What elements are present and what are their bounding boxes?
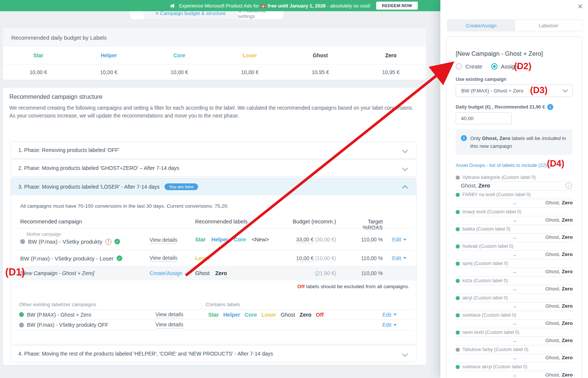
- asset-group-name-row: neon textil (Custom label 0): [456, 328, 573, 337]
- label-zero: Zero: [562, 320, 573, 326]
- view-details-link[interactable]: View details: [156, 311, 183, 318]
- redeem-now-button[interactable]: REDEEM NOW: [376, 1, 418, 10]
- warning-icon: !: [105, 239, 111, 245]
- tab-labelizer[interactable]: Labelizer: [515, 20, 583, 31]
- label-chip: Ghost: [195, 270, 210, 276]
- asset-group-name-row: hodvab (Custom label 0): [456, 242, 573, 251]
- check-circle-icon: ✓: [114, 239, 120, 244]
- asset-group-name-row: batika (Custom label 0): [456, 225, 573, 234]
- status-dot: [456, 227, 460, 231]
- campaign-name: BW (P.max) - Všetky produkty - Loser: [20, 255, 114, 261]
- mode-radio-group: Create Assign: [456, 63, 573, 70]
- phase-4-accordion[interactable]: 4. Phase: Moving the rest of the product…: [10, 345, 416, 362]
- view-details-link[interactable]: View details: [150, 254, 177, 262]
- asset-group-name: svietiace akryl (Custom label 0): [462, 364, 527, 369]
- chevron-down-icon: [402, 147, 408, 153]
- label-zero: Zero: [562, 200, 573, 205]
- budget-recommended: (30,00 €): [315, 237, 336, 243]
- right-arrow-icon: →: [512, 338, 517, 344]
- edit-dropdown[interactable]: Edit: [392, 237, 406, 243]
- info-icon[interactable]: i: [547, 104, 553, 110]
- asset-group-item: svietiace (Custom label 0)→Ghost,Zero: [456, 311, 573, 328]
- edit-dropdown[interactable]: Edit: [392, 255, 406, 261]
- asset-group-name: FARBY na textil (Custom label 0): [462, 192, 530, 197]
- label-ghost: Ghost,: [545, 200, 560, 205]
- asset-group-item: koža (Custom label 0)→Ghost,Zero: [456, 277, 573, 294]
- phase-2-accordion[interactable]: 2. Phase: Moving products labeled 'GHOST…: [10, 159, 416, 177]
- table-row-existing-campaign: BW (P.MAX) - Ghost + Zero View details S…: [11, 310, 416, 320]
- asset-group-name: hodvab (Custom label 0): [462, 244, 513, 249]
- assign-radio-label[interactable]: Assign: [501, 63, 518, 70]
- asset-group-name: neon textil (Custom label 0): [462, 330, 519, 335]
- asset-group-labels: Ghost,Zero: [545, 372, 573, 378]
- phase-1-accordion[interactable]: 1. Phase: Removing products labeled 'OFF…: [10, 141, 416, 159]
- megaphone-icon: [170, 3, 176, 8]
- asset-group-labels: Ghost,Zero: [545, 269, 573, 274]
- label-chip: Star: [208, 312, 219, 318]
- close-icon[interactable]: ×: [578, 2, 583, 11]
- table-row-new-campaign: [New Campaign - Ghost + Zero] Create/Ass…: [11, 266, 416, 280]
- view-details-link[interactable]: View details: [150, 237, 177, 244]
- new-campaign-title: [New Campaign - Ghost + Zero]: [456, 50, 573, 57]
- asset-group-item: tmavý textil (Custom label 0)→Ghost,Zero: [456, 208, 573, 225]
- campaign-name: BW (P.max) - Všetky produkty OFF: [27, 322, 108, 328]
- right-arrow-icon: →: [512, 234, 517, 240]
- label-ghost: Ghost,: [545, 338, 560, 343]
- status-dot: [456, 244, 460, 249]
- budget-label-header: Ghost: [285, 52, 356, 58]
- daily-budget-label: Daily budget (€) , Recommended 21,90 €: [456, 104, 545, 110]
- gift-icon: [261, 4, 265, 8]
- budget-by-labels-card: Recommended daily budget by Labels StarH…: [3, 28, 426, 80]
- label-zero: Zero: [562, 217, 573, 223]
- label-chip: Ghost: [281, 312, 295, 318]
- label-ghost: Ghost,: [545, 355, 560, 360]
- label-zero: Zero: [562, 252, 573, 257]
- budget-editable[interactable]: 33,00 €: [296, 237, 314, 243]
- label-chip: Loser: [261, 312, 276, 318]
- budget-label-header: Helper: [74, 52, 144, 58]
- existing-campaign-select[interactable]: BW (P.MAX) - Ghost + Zero: [456, 84, 573, 97]
- phase-3-accordion[interactable]: 3. Phase: Moving products labeled 'LOSER…: [11, 178, 416, 195]
- tab-create-assign[interactable]: Create/Assign: [447, 20, 515, 31]
- label-zero: Zero: [562, 372, 573, 378]
- use-existing-campaign-label: Use existing campaign: [456, 77, 573, 82]
- asset-group-item: FARBY na textil (Custom label 0)→Ghost,Z…: [456, 190, 573, 208]
- create-assign-link[interactable]: Create/Assign: [150, 270, 182, 276]
- tab-additional-settings[interactable]: ⚙ Additional settings: [238, 11, 283, 19]
- budget-label-value: 10,00 €: [3, 69, 74, 75]
- assign-radio[interactable]: [491, 63, 498, 70]
- label-ghost: Ghost,: [545, 303, 560, 309]
- label-chip: Core: [244, 312, 257, 318]
- asset-group-labels-row: →Ghost,Zero: [456, 320, 573, 328]
- asset-group-labels: Ghost,Zero: [545, 338, 573, 343]
- budget-label-value: 10,00 €: [215, 69, 285, 75]
- check-circle-icon: ✓: [117, 255, 122, 261]
- label-chip: Star: [195, 237, 206, 243]
- target-roas: 110,00 %: [347, 237, 383, 243]
- right-arrow-icon: →: [512, 355, 517, 361]
- label-zero: Zero: [562, 338, 573, 343]
- status-dot: [20, 239, 25, 244]
- view-details-link[interactable]: View details: [156, 321, 183, 329]
- phase-1-label: 1. Phase: Removing products labeled 'OFF…: [18, 147, 119, 153]
- budget-editable[interactable]: 10,00 €: [296, 255, 314, 262]
- status-dot: [456, 176, 460, 180]
- asset-group-labels: Ghost,Zero: [545, 303, 573, 309]
- caret-down-icon: [394, 314, 397, 315]
- edit-dropdown[interactable]: Edit: [382, 322, 397, 328]
- create-radio[interactable]: [456, 63, 462, 70]
- recommended-labels: Loser: [195, 255, 210, 261]
- check-circle-icon: ✓: [566, 183, 572, 189]
- tab-campaign-budget-structure[interactable]: ≡ Campaign budget & structure: [144, 11, 238, 19]
- create-radio-label[interactable]: Create: [465, 63, 482, 70]
- asset-group-labels-row: →Ghost,Zero: [456, 234, 573, 242]
- asset-group-name-row: akryl (Custom label 0): [456, 294, 573, 302]
- budget-label-value: 10,95 €: [355, 69, 426, 75]
- edit-dropdown[interactable]: Edit: [382, 312, 397, 318]
- daily-budget-input[interactable]: [456, 112, 512, 124]
- right-arrow-icon: →: [512, 286, 517, 292]
- contains-labels-header: Contains labels: [206, 302, 240, 307]
- asset-groups-toggle-link[interactable]: Asset Groups - list of labels to include…: [456, 162, 573, 168]
- table-row-existing-campaign: BW (P.max) - Všetky produkty OFF View de…: [11, 320, 416, 330]
- phase-3-panel: 3. Phase: Moving products labeled 'LOSER…: [10, 178, 416, 344]
